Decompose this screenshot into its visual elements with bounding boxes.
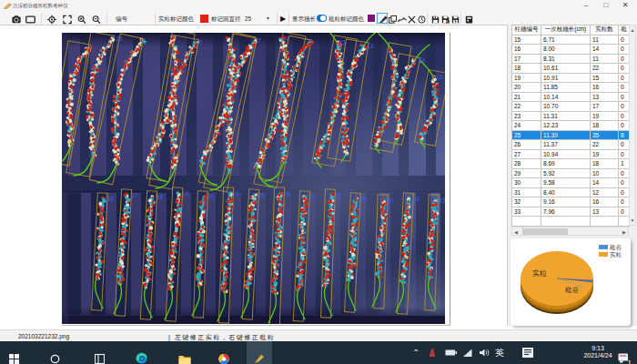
svg-text:25: 25 bbox=[258, 192, 266, 198]
svg-text:33: 33 bbox=[439, 197, 445, 204]
svg-text:18: 18 bbox=[157, 194, 164, 200]
svg-text:15: 15 bbox=[436, 74, 443, 80]
svg-text:28: 28 bbox=[335, 192, 342, 198]
svg-text:秕谷: 秕谷 bbox=[610, 244, 622, 251]
svg-text:32: 32 bbox=[413, 196, 420, 202]
svg-text:实粒: 实粒 bbox=[610, 251, 622, 258]
svg-text:13: 13 bbox=[367, 43, 374, 49]
svg-text:27: 27 bbox=[309, 194, 317, 200]
svg-text:31: 31 bbox=[388, 197, 395, 204]
svg-text:7: 7 bbox=[258, 37, 261, 44]
svg-text:26: 26 bbox=[284, 190, 291, 197]
svg-text:17: 17 bbox=[131, 192, 138, 198]
svg-text:20: 20 bbox=[207, 194, 215, 200]
svg-text:R: R bbox=[446, 19, 450, 25]
svg-text:19: 19 bbox=[182, 190, 189, 197]
svg-text:秕谷: 秕谷 bbox=[564, 286, 580, 294]
svg-text:6: 6 bbox=[199, 39, 203, 46]
svg-text:21: 21 bbox=[233, 190, 240, 197]
svg-text:14: 14 bbox=[418, 57, 425, 64]
svg-text:实粒: 实粒 bbox=[532, 269, 547, 278]
svg-text:1: 1 bbox=[628, 359, 632, 364]
svg-text:30: 30 bbox=[360, 196, 368, 202]
svg-text:16: 16 bbox=[107, 196, 115, 202]
